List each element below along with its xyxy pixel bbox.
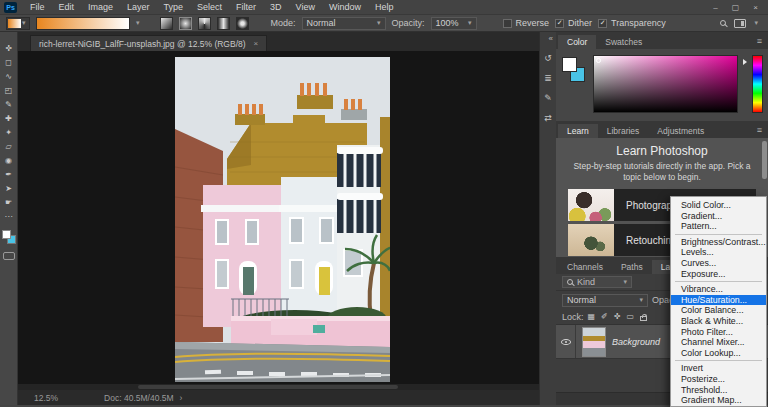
menu-item-hue-saturation[interactable]: Hue/Saturation... bbox=[671, 295, 766, 306]
layer-visibility-eye-icon[interactable] bbox=[561, 339, 571, 345]
document-tab[interactable]: rich-lerret-NiGIB_LalfF-unsplash.jpg @ 1… bbox=[30, 35, 267, 51]
reflected-gradient-button[interactable] bbox=[217, 17, 230, 30]
canvas-image[interactable] bbox=[175, 57, 390, 382]
lock-artboard-icon[interactable]: ▭ bbox=[626, 312, 634, 321]
menu-item-color-balance[interactable]: Color Balance... bbox=[671, 305, 766, 316]
path-select-tool[interactable]: ➤ bbox=[2, 184, 16, 194]
layer-blend-mode-select[interactable]: Normal ▾ bbox=[562, 294, 648, 307]
dither-checkbox-box[interactable]: ✓ bbox=[555, 19, 564, 28]
eraser-tool[interactable]: ▱ bbox=[2, 142, 16, 152]
healing-brush-tool[interactable]: ✚ bbox=[2, 114, 16, 124]
linear-gradient-button[interactable] bbox=[160, 17, 173, 30]
lock-all-icon[interactable] bbox=[640, 316, 647, 321]
color-picker-marker[interactable] bbox=[596, 58, 601, 63]
history-icon[interactable]: ↺ bbox=[544, 53, 552, 63]
tab-paths[interactable]: Paths bbox=[612, 260, 652, 274]
diamond-gradient-button[interactable] bbox=[236, 17, 249, 30]
minimize-button[interactable]: – bbox=[713, 3, 717, 12]
blur-tool[interactable]: ◉ bbox=[2, 156, 16, 166]
menu-item-exposure[interactable]: Exposure... bbox=[671, 269, 766, 280]
menu-item-curves[interactable]: Curves... bbox=[671, 258, 766, 269]
status-menu-caret-icon[interactable]: › bbox=[180, 393, 183, 403]
menu-item-invert[interactable]: Invert bbox=[671, 363, 766, 374]
lock-transparency-icon[interactable]: ▦ bbox=[588, 312, 596, 321]
opacity-select[interactable]: 100% ▾ bbox=[431, 17, 477, 30]
menu-item-posterize[interactable]: Posterize... bbox=[671, 374, 766, 385]
lasso-tool[interactable]: ∿ bbox=[2, 72, 16, 82]
layer-thumbnail[interactable] bbox=[582, 327, 606, 357]
tab-libraries[interactable]: Libraries bbox=[598, 124, 649, 138]
clone-stamp-tool[interactable]: ✦ bbox=[2, 128, 16, 138]
layer-filter-select[interactable]: Kind ▾ bbox=[562, 276, 632, 288]
transparency-checkbox[interactable]: ✓ Transparency bbox=[598, 18, 666, 28]
menu-view[interactable]: View bbox=[289, 0, 322, 14]
brushes-icon[interactable]: ✎ bbox=[544, 93, 552, 103]
menu-select[interactable]: Select bbox=[190, 0, 229, 14]
menu-type[interactable]: Type bbox=[157, 0, 191, 14]
tab-color[interactable]: Color bbox=[558, 35, 596, 49]
hue-slider[interactable] bbox=[752, 55, 763, 113]
menu-help[interactable]: Help bbox=[368, 0, 401, 14]
clone-source-icon[interactable]: ⇄ bbox=[544, 113, 552, 123]
gradient-preview[interactable] bbox=[36, 17, 130, 30]
scrollbar-thumb[interactable] bbox=[138, 385, 398, 389]
chevron-down-icon[interactable]: ▾ bbox=[136, 19, 140, 27]
foreground-color-swatch[interactable] bbox=[562, 57, 577, 72]
expand-panels-icon[interactable]: « bbox=[549, 34, 556, 43]
saturation-brightness-field[interactable] bbox=[593, 55, 738, 113]
pen-tool[interactable]: ✒ bbox=[2, 170, 16, 180]
search-icon[interactable] bbox=[720, 20, 726, 26]
tab-close-icon[interactable]: × bbox=[254, 39, 259, 48]
quick-mask-button[interactable] bbox=[3, 252, 15, 260]
menu-item-levels[interactable]: Levels... bbox=[671, 247, 766, 258]
menu-file[interactable]: File bbox=[23, 0, 52, 14]
more-tools-button[interactable]: ⋯ bbox=[2, 212, 16, 222]
menu-item-brightness-contrast[interactable]: Brightness/Contrast... bbox=[671, 237, 766, 248]
lock-pixels-icon[interactable]: ✐ bbox=[601, 312, 608, 321]
menu-item-channel-mixer[interactable]: Channel Mixer... bbox=[671, 337, 766, 348]
marquee-tool[interactable]: ◻ bbox=[2, 58, 16, 68]
menu-item-pattern[interactable]: Pattern... bbox=[671, 221, 766, 232]
tab-adjustments[interactable]: Adjustments bbox=[648, 124, 713, 138]
dither-checkbox[interactable]: ✓ Dither bbox=[555, 18, 592, 28]
crop-tool[interactable]: ◰ bbox=[2, 86, 16, 96]
menu-item-threshold[interactable]: Threshold... bbox=[671, 385, 766, 396]
tab-learn[interactable]: Learn bbox=[558, 124, 598, 138]
canvas[interactable] bbox=[18, 51, 539, 384]
move-tool[interactable]: ✜ bbox=[2, 44, 16, 54]
menu-window[interactable]: Window bbox=[322, 0, 368, 14]
gradient-preset-picker[interactable]: ▾ bbox=[6, 17, 30, 30]
menu-filter[interactable]: Filter bbox=[229, 0, 263, 14]
radial-gradient-button[interactable] bbox=[179, 17, 192, 30]
menu-3d[interactable]: 3D bbox=[263, 0, 289, 14]
menu-item-solid-color[interactable]: Solid Color... bbox=[671, 200, 766, 211]
menu-item-gradient[interactable]: Gradient... bbox=[671, 211, 766, 222]
panel-menu-icon[interactable]: ≡ bbox=[757, 36, 762, 46]
menu-layer[interactable]: Layer bbox=[120, 0, 157, 14]
vertical-scrollbar[interactable] bbox=[762, 141, 767, 179]
hand-tool[interactable]: ☛ bbox=[2, 198, 16, 208]
horizontal-scrollbar[interactable] bbox=[18, 384, 539, 390]
transparency-checkbox-box[interactable]: ✓ bbox=[598, 19, 607, 28]
angle-gradient-button[interactable] bbox=[198, 17, 211, 30]
foreground-color-swatch[interactable] bbox=[2, 230, 11, 239]
layer-name[interactable]: Background bbox=[612, 337, 660, 347]
tab-channels[interactable]: Channels bbox=[558, 260, 612, 274]
close-button[interactable]: × bbox=[753, 3, 758, 12]
reverse-checkbox-box[interactable] bbox=[503, 19, 512, 28]
lock-position-icon[interactable]: ✜ bbox=[614, 312, 621, 321]
panel-menu-icon[interactable]: ≡ bbox=[757, 125, 762, 135]
menu-item-black-white[interactable]: Black & White... bbox=[671, 316, 766, 327]
menu-item-photo-filter[interactable]: Photo Filter... bbox=[671, 327, 766, 338]
menu-item-gradient-map[interactable]: Gradient Map... bbox=[671, 395, 766, 406]
menu-image[interactable]: Image bbox=[81, 0, 120, 14]
zoom-level[interactable]: 12.5% bbox=[34, 393, 58, 403]
blend-mode-select[interactable]: Normal ▾ bbox=[302, 17, 386, 30]
properties-icon[interactable]: ≣ bbox=[544, 73, 552, 83]
workspace-switcher-icon[interactable] bbox=[734, 19, 746, 28]
tab-swatches[interactable]: Swatches bbox=[596, 35, 651, 49]
reverse-checkbox[interactable]: Reverse bbox=[503, 18, 550, 28]
menu-item-color-lookup[interactable]: Color Lookup... bbox=[671, 348, 766, 359]
menu-edit[interactable]: Edit bbox=[52, 0, 82, 14]
restore-button[interactable]: ▢ bbox=[732, 3, 740, 12]
